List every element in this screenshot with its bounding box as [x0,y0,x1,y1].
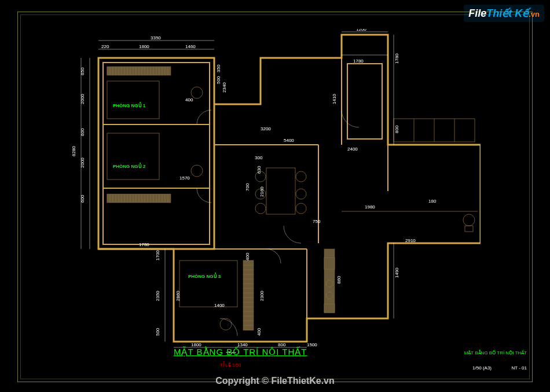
svg-rect-1 [103,63,210,244]
svg-point-85 [296,189,306,199]
svg-point-37 [191,165,203,177]
svg-rect-80 [266,168,295,214]
svg-text:2400: 2400 [347,146,358,152]
svg-text:350: 350 [216,64,221,72]
logo-suffix: .vn [529,10,540,19]
svg-rect-87 [324,249,335,313]
room-labels: PHÒNG NGỦ 1 PHÒNG NGỦ 2 PHÒNG NGỦ 3 [113,101,221,279]
svg-text:1400: 1400 [214,303,225,308]
svg-text:2350: 2350 [155,291,160,301]
svg-text:860: 860 [336,276,342,284]
svg-text:PHÒNG NGỦ 1: PHÒNG NGỦ 1 [113,101,146,108]
svg-text:220: 220 [101,44,109,49]
svg-text:1780: 1780 [394,53,399,64]
svg-text:650: 650 [80,67,85,75]
svg-text:600: 600 [80,128,85,136]
titleblock-code: NT - 01 [511,365,527,371]
svg-text:630: 630 [256,166,262,174]
svg-text:1800: 1800 [139,44,149,49]
svg-text:2860: 2860 [175,291,181,301]
svg-text:2000: 2000 [80,157,85,168]
svg-point-96 [463,214,475,226]
logo-part1: File [468,8,486,19]
svg-rect-61 [179,261,237,307]
svg-text:1780: 1780 [353,58,364,64]
titleblock-title: MẶT BẰNG BỐ TRÍ NỘI THẤT [464,350,527,356]
svg-point-83 [255,203,266,214]
svg-text:2160: 2160 [259,186,265,197]
svg-text:PHÒNG NGỦ 2: PHÒNG NGỦ 2 [113,162,146,169]
title-block: MẶT BẰNG BỐ TRÍ NỘI THẤT 1/50 (A3) NT - … [464,350,527,372]
svg-text:1410: 1410 [332,94,337,104]
svg-text:2340: 2340 [222,82,227,93]
floor-plan-drawing: 220 1800 1460 3350 1200 1780 650 2000 60… [64,29,481,353]
svg-text:2300: 2300 [259,291,265,301]
svg-text:PHÒNG NGỦ 3: PHÒNG NGỦ 3 [188,272,221,279]
furniture-group [107,67,478,330]
svg-point-79 [220,318,232,330]
site-logo: FileThiết Kế.vn [464,5,544,22]
svg-text:400: 400 [245,252,250,261]
dimensions-interior: 400 350 500 2340 3200 5400 2400 1410 300… [139,64,437,336]
dimensions-right: 1780 800 6500 1490 860 [336,35,481,318]
watermark-text: Copyright © FileThietKe.vn [215,376,335,386]
svg-text:1500: 1500 [307,342,317,347]
svg-text:500: 500 [155,328,160,336]
svg-text:1700: 1700 [155,250,160,261]
svg-text:1980: 1980 [365,204,375,210]
svg-text:2000: 2000 [80,94,85,104]
svg-rect-10 [347,64,382,139]
svg-text:400: 400 [185,97,193,102]
svg-text:5400: 5400 [284,138,294,143]
svg-text:750: 750 [313,219,321,224]
titleblock-scale: 1/50 (A3) [472,365,492,371]
svg-rect-34 [107,81,159,119]
svg-point-35 [191,87,203,98]
svg-text:700: 700 [245,183,250,191]
svg-rect-36 [107,133,159,179]
svg-text:600: 600 [80,195,85,203]
svg-text:800: 800 [394,125,399,133]
svg-text:3200: 3200 [261,126,271,131]
svg-text:300: 300 [255,155,263,160]
drawing-title: MẶT BẰNG BỐ TRÍ NỘI THẤT [174,347,307,357]
svg-text:6280: 6280 [71,146,76,156]
svg-text:2910: 2910 [405,238,416,243]
svg-text:400: 400 [256,328,262,336]
svg-rect-0 [98,58,214,249]
logo-part2: Thiết Kế [486,8,529,19]
svg-text:3350: 3350 [151,35,161,41]
svg-text:180: 180 [428,199,437,204]
svg-point-84 [296,171,306,182]
svg-text:500: 500 [216,76,221,84]
svg-rect-62 [243,261,254,330]
svg-text:1570: 1570 [179,175,190,181]
svg-text:1780: 1780 [139,242,149,247]
svg-point-86 [296,203,306,214]
svg-text:1200: 1200 [356,29,366,32]
drawing-scale: TỈ LỆ 1/50 [220,362,241,368]
svg-text:1490: 1490 [394,268,399,278]
svg-text:1460: 1460 [185,44,196,49]
svg-rect-97 [465,226,473,232]
